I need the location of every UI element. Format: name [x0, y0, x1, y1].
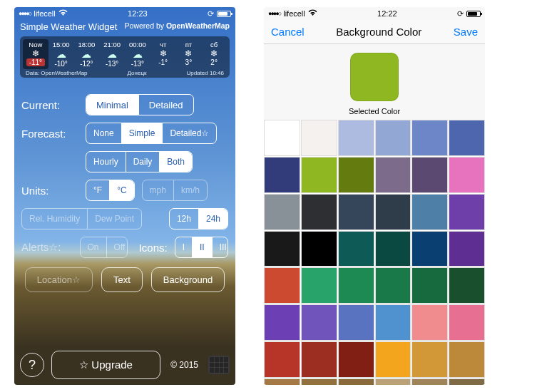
- color-swatch[interactable]: [264, 378, 300, 385]
- color-swatch[interactable]: [301, 378, 337, 385]
- seg-option[interactable]: II: [192, 237, 212, 257]
- forecast-temp: -11°: [26, 58, 45, 66]
- color-swatch[interactable]: [411, 120, 448, 156]
- color-swatch[interactable]: [264, 304, 300, 341]
- color-swatch[interactable]: [449, 120, 485, 156]
- color-swatch[interactable]: [338, 341, 374, 378]
- seg-option[interactable]: Rel. Humidity: [22, 209, 87, 229]
- seg-option[interactable]: Dew Point: [87, 209, 141, 229]
- color-swatch[interactable]: [338, 231, 374, 267]
- seg-option[interactable]: 12h: [170, 209, 198, 229]
- powered-by: Powered by OpenWeatherMap: [125, 21, 230, 32]
- seg-speed-units[interactable]: mphkm/h: [142, 180, 208, 201]
- seg-option[interactable]: km/h: [173, 180, 207, 200]
- seg-humidity-mode[interactable]: Rel. HumidityDew Point: [21, 208, 142, 229]
- seg-option[interactable]: Detailed: [138, 95, 193, 115]
- seg-option[interactable]: Hourly: [86, 152, 126, 172]
- seg-option[interactable]: Both: [159, 152, 192, 172]
- color-swatch[interactable]: [411, 341, 448, 378]
- color-swatch[interactable]: [449, 304, 485, 341]
- color-swatch[interactable]: [411, 194, 448, 230]
- color-swatch[interactable]: [301, 267, 337, 304]
- color-swatch[interactable]: [338, 194, 374, 230]
- color-swatch[interactable]: [449, 378, 485, 385]
- location-button[interactable]: Location☆: [25, 267, 93, 292]
- color-swatch[interactable]: [301, 120, 337, 156]
- widget-data-source: Data: OpenWeatherMap: [26, 70, 88, 76]
- forecast-cell: 00:00-13°: [125, 39, 150, 69]
- color-swatch[interactable]: [264, 341, 300, 378]
- color-swatch[interactable]: [264, 194, 300, 230]
- seg-option[interactable]: °F: [86, 180, 109, 200]
- keyboard-icon[interactable]: [208, 356, 230, 374]
- seg-option[interactable]: I: [175, 237, 192, 257]
- background-settings-button[interactable]: Background: [151, 267, 225, 292]
- color-swatch[interactable]: [411, 378, 448, 385]
- color-swatch[interactable]: [449, 231, 485, 267]
- color-swatch[interactable]: [375, 267, 411, 304]
- seg-option[interactable]: None: [86, 123, 121, 143]
- text-settings-button[interactable]: Text: [101, 267, 143, 292]
- color-swatch[interactable]: [375, 341, 411, 378]
- color-swatch[interactable]: [301, 231, 337, 267]
- color-swatch[interactable]: [338, 120, 374, 156]
- carrier-name: lifecell: [283, 9, 305, 18]
- color-swatch[interactable]: [264, 267, 300, 304]
- forecast-temp: 3°: [185, 58, 193, 66]
- forecast-temp: -13°: [106, 60, 118, 68]
- color-swatch[interactable]: [375, 157, 411, 193]
- status-bar: ●●●●○ lifecell 12:23 ⟳: [14, 7, 235, 20]
- color-swatch[interactable]: [449, 267, 485, 304]
- color-swatch[interactable]: [375, 120, 411, 156]
- color-swatch[interactable]: [338, 378, 374, 385]
- color-swatch[interactable]: [264, 157, 300, 193]
- color-swatch[interactable]: [449, 194, 485, 230]
- seg-option[interactable]: Off: [106, 237, 128, 257]
- cloud-icon: [107, 49, 117, 59]
- save-button[interactable]: Save: [454, 26, 478, 38]
- seg-option[interactable]: mph: [143, 180, 173, 200]
- help-button[interactable]: ?: [20, 353, 44, 377]
- seg-option[interactable]: Daily: [126, 152, 160, 172]
- snow-icon: [32, 49, 39, 58]
- color-swatch[interactable]: [301, 304, 337, 341]
- color-swatch[interactable]: [264, 231, 300, 267]
- seg-alerts[interactable]: OnOff: [80, 237, 128, 258]
- color-swatch[interactable]: [411, 231, 448, 267]
- current-label: Current:: [21, 99, 78, 111]
- seg-icon-style[interactable]: IIIIII: [175, 237, 228, 258]
- color-swatch[interactable]: [375, 194, 411, 230]
- color-swatch[interactable]: [338, 267, 374, 304]
- seg-current[interactable]: MinimalDetailed: [86, 94, 194, 115]
- seg-forecast[interactable]: NoneSimpleDetailed☆: [86, 123, 217, 144]
- color-swatch[interactable]: [375, 231, 411, 267]
- color-swatch[interactable]: [375, 304, 411, 341]
- color-swatch[interactable]: [449, 157, 485, 193]
- cancel-button[interactable]: Cancel: [271, 26, 305, 38]
- color-swatch[interactable]: [375, 378, 411, 385]
- upgrade-button[interactable]: ☆ Upgrade: [51, 351, 160, 379]
- seg-option[interactable]: III: [212, 237, 228, 257]
- seg-option[interactable]: On: [81, 237, 106, 257]
- color-swatch[interactable]: [411, 304, 448, 341]
- seg-option[interactable]: Detailed☆: [162, 123, 216, 143]
- color-swatch[interactable]: [411, 267, 448, 304]
- units-label: Units:: [21, 185, 78, 197]
- color-swatch[interactable]: [301, 194, 337, 230]
- color-swatch[interactable]: [301, 341, 337, 378]
- seg-option[interactable]: 24h: [198, 209, 227, 229]
- color-swatch[interactable]: [264, 120, 300, 156]
- signal-dots: ●●●●○: [19, 10, 31, 17]
- seg-option[interactable]: Simple: [121, 123, 163, 143]
- seg-option[interactable]: Minimal: [86, 95, 138, 115]
- color-swatch[interactable]: [338, 304, 374, 341]
- forecast-cell: 21:00-13°: [99, 39, 125, 69]
- color-swatch[interactable]: [449, 341, 485, 378]
- color-swatch[interactable]: [301, 157, 337, 193]
- seg-forecast-range[interactable]: HourlyDailyBoth: [86, 151, 193, 172]
- color-swatch[interactable]: [338, 157, 374, 193]
- seg-temperature-units[interactable]: °F°C: [86, 180, 135, 201]
- seg-time-format[interactable]: 12h24h: [169, 208, 228, 229]
- seg-option[interactable]: °C: [109, 180, 133, 200]
- color-swatch[interactable]: [411, 157, 448, 193]
